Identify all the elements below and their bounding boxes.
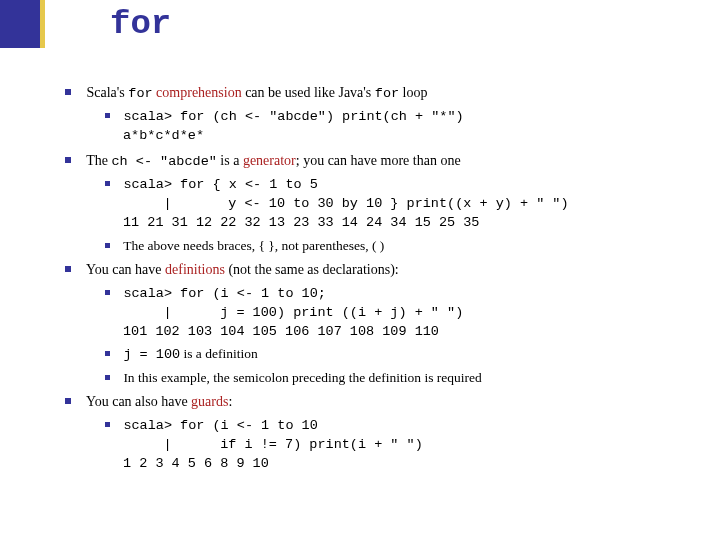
sub-bullet-code: scala> for (ch <- "abcde") print(ch + "*… [123,107,685,145]
text: (not the same as declarations): [225,262,399,277]
bullet-icon [65,157,71,163]
bullet-3: You can have definitions (not the same a… [85,261,685,280]
sub-bullet-code: scala> for (i <- 1 to 10 | if i != 7) pr… [123,416,685,474]
bullet-1: Scala's for comprehension can be used li… [85,84,685,103]
bullet-icon [105,290,110,295]
term: guards [191,394,228,409]
code-block: scala> for (ch <- "abcde") print(ch + "*… [123,109,464,143]
sub-bullet: The above needs braces, { }, not parenth… [123,237,685,255]
title-accent-bar [0,0,40,48]
text: can be used like Java's [242,85,375,100]
sub-bullet-code: scala> for { x <- 1 to 5 | y <- 10 to 30… [123,175,685,233]
text: loop [399,85,427,100]
bullet-icon [105,351,110,356]
code-inline: for [128,86,152,101]
code-inline: for [375,86,399,101]
text: : [228,394,232,409]
bullet-icon [65,89,71,95]
bullet-icon [105,422,110,427]
text: ; you can have more than one [296,153,461,168]
term: definitions [165,262,225,277]
bullet-4: You can also have guards: [85,393,685,412]
title-accent-stripe [40,0,45,48]
code-inline: j = 100 [123,347,180,362]
term: generator [243,153,296,168]
sub-bullet-code: scala> for (i <- 1 to 10; | j = 100) pri… [123,284,685,342]
title-wrap: for [50,0,171,48]
slide-title: for [110,5,171,43]
text: The above needs braces, { }, not parenth… [123,238,384,253]
text: is a [217,153,243,168]
bullet-icon [105,113,110,118]
bullet-icon [105,243,110,248]
text: You can have [86,262,165,277]
text: is a definition [180,346,258,361]
term: comprehension [156,85,242,100]
text: You can also have [86,394,191,409]
bullet-2: The ch <- "abcde" is a generator; you ca… [85,152,685,171]
sub-bullet: j = 100 is a definition [123,345,685,364]
bullet-icon [105,181,110,186]
slide: for Scala's for comprehension can be use… [0,0,720,540]
code-block: scala> for { x <- 1 to 5 | y <- 10 to 30… [123,177,569,230]
bullet-icon [65,398,71,404]
text: The [86,153,111,168]
code-inline: ch <- "abcde" [112,154,217,169]
text: Scala's [87,85,129,100]
text: In this example, the semicolon preceding… [123,370,481,385]
code-block: scala> for (i <- 1 to 10 | if i != 7) pr… [123,418,423,471]
sub-bullet: In this example, the semicolon preceding… [123,369,685,387]
bullet-icon [65,266,71,272]
bullet-icon [105,375,110,380]
slide-content: Scala's for comprehension can be used li… [85,78,685,473]
code-block: scala> for (i <- 1 to 10; | j = 100) pri… [123,286,463,339]
